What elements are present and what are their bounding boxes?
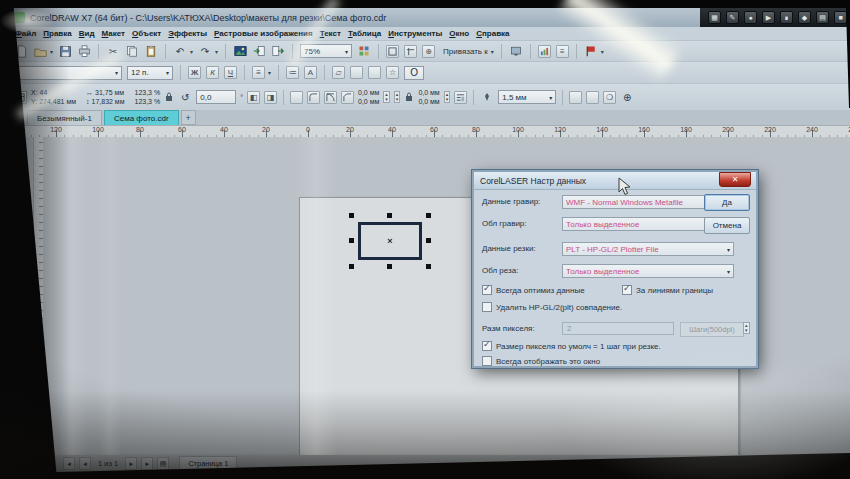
checkbox-icon[interactable] [482,285,492,295]
optimize-data-checkbox[interactable]: Всегда оптимиз данные [482,285,585,295]
underline-button[interactable]: Ч [224,66,237,79]
snap-target-icon[interactable]: ⊕ [422,45,435,58]
search-content-icon[interactable] [233,44,247,58]
font-size-combo[interactable]: 12 п.▾ [127,66,173,80]
undo-dropdown-icon[interactable]: ▾ [190,48,193,55]
corner-chamfer-icon[interactable] [341,91,354,104]
dialog-close-button[interactable]: ✕ [719,172,751,187]
selection-handle[interactable] [426,213,431,218]
alignment-icon[interactable]: ≡ [252,66,265,79]
plugin-stop-icon[interactable]: ■ [834,11,847,24]
first-page-icon[interactable]: ◂ [63,457,75,470]
next-page-icon[interactable]: ▸ [125,457,137,470]
stepper-icon[interactable]: ▴▾ [383,91,390,103]
import-icon[interactable] [252,44,266,58]
text-wrap-icon[interactable] [454,91,467,104]
plugin-grid-icon[interactable]: ▦ [708,11,721,24]
beyond-border-checkbox[interactable]: За линиями границы [622,285,713,295]
lock-corners-icon[interactable] [404,90,414,104]
italic-button[interactable]: К [206,66,219,79]
snap-to-label[interactable]: Привязать к [443,47,488,56]
add-page-icon[interactable]: ▤ [157,457,169,470]
export-icon[interactable] [271,44,285,58]
to-front-icon[interactable] [569,91,582,104]
selection-handle[interactable] [349,213,354,218]
remove-hpgl-checkbox[interactable]: Удалить HP-GL/2(plt) совпадение. [482,302,622,312]
font-family-combo[interactable]: ▾ [14,66,122,80]
prev-page-icon[interactable]: ◂ [79,457,91,470]
edit-text-icon[interactable] [350,66,363,79]
fullscreen-preview-icon[interactable] [386,45,399,58]
to-back-icon[interactable] [586,91,599,104]
checkbox-icon[interactable] [482,356,492,366]
menu-tools[interactable]: Инструменты [388,29,442,38]
corner-radius-fields-1[interactable]: 0,0 мм 0,0 мм [358,88,379,106]
pixel-steps-stepper[interactable]: ▴▾ [743,322,750,334]
undo-icon[interactable]: ↶ [173,44,187,58]
alignment-dropdown-icon[interactable]: ▾ [268,69,271,76]
dialog-titlebar[interactable]: CorelLASER Настр данных [474,172,756,190]
plugin-settings-icon[interactable]: ◆ [798,11,811,24]
menu-object[interactable]: Объект [132,29,161,38]
corner-round-icon[interactable] [307,91,320,104]
open-icon[interactable] [33,44,47,58]
character-formatting-icon[interactable]: ▱ [332,66,345,79]
show-rulers-icon[interactable] [404,45,417,58]
plugin-list-icon[interactable]: ▤ [816,11,829,24]
mirror-horizontal-icon[interactable]: ◧ [247,91,260,104]
menu-text[interactable]: Текст [320,29,341,38]
list-panel-icon[interactable]: ≡ [556,45,569,58]
object-scale-fields[interactable]: 123,3 % 123,3 % [135,88,161,106]
tab-active-document[interactable]: Сема фото.cdr [104,110,179,125]
menu-effects[interactable]: Эффекты [168,29,207,38]
open-dropdown-icon[interactable]: ▾ [50,48,53,55]
menu-view[interactable]: Вид [79,29,95,38]
snap-to-dropdown-icon[interactable]: ▾ [491,48,494,55]
plugin-engrave-icon[interactable]: ✎ [726,11,739,24]
interactive-opentype-icon[interactable]: ☆ [386,66,399,79]
cut-icon[interactable]: ✂ [106,44,120,58]
cut-area-combo[interactable]: Только выделенное▾ [562,264,734,278]
outline-style-box[interactable]: O [404,66,424,80]
always-show-checkbox[interactable]: Всегда отображать это окно [482,356,600,366]
flag-dropdown-icon[interactable]: ▾ [601,48,604,55]
selection-handle[interactable] [387,213,392,218]
ok-button[interactable]: Да [704,194,750,211]
rotation-angle-field[interactable]: 0,0 [196,90,236,104]
bullet-list-icon[interactable]: ≔ [286,66,299,79]
selected-object[interactable]: × [349,213,431,269]
mirror-vertical-icon[interactable]: ◨ [264,91,277,104]
checkbox-icon[interactable] [482,302,492,312]
plugin-start-icon[interactable]: ▶ [762,11,775,24]
menu-file[interactable]: Файл [15,29,36,38]
lock-ratio-icon[interactable] [164,90,174,104]
tab-untitled-document[interactable]: Безымянный-1 [27,110,102,125]
corner-radius-fields-2[interactable]: 0,0 мм 0,0 мм [418,88,439,106]
print-icon[interactable] [77,44,91,58]
selection-handle[interactable] [426,238,431,243]
save-icon[interactable] [58,44,72,58]
paste-icon[interactable] [144,44,158,58]
menu-layout[interactable]: Макет [102,29,125,38]
plugin-pause-icon[interactable]: ∎ [780,11,793,24]
menu-edit[interactable]: Правка [43,29,71,38]
node-edit-icon[interactable] [290,91,303,104]
menu-window[interactable]: Окно [449,29,469,38]
drop-cap-icon[interactable]: А [304,66,317,79]
selection-handle[interactable] [387,264,392,269]
default-pixel-checkbox[interactable]: Размер пикселя по умолч = 1 шаг при резк… [482,341,661,351]
stepper-icon[interactable]: ▴▾ [394,91,401,103]
chart-panel-icon[interactable] [538,45,551,58]
text-properties-icon[interactable] [368,66,381,79]
menu-table[interactable]: Таблица [348,29,381,38]
outline-width-combo[interactable]: 1,5 мм▾ [498,90,556,104]
copy-icon[interactable] [125,44,139,58]
convert-curves-icon[interactable]: ❍ [603,91,616,104]
checkbox-icon[interactable] [622,285,632,295]
bold-button[interactable]: Ж [188,66,201,79]
selected-rectangle[interactable]: × [358,222,422,260]
new-tab-button[interactable]: + [181,110,196,125]
pixel-size-input[interactable]: 2 [562,322,674,335]
application-launcher-icon[interactable] [357,44,371,58]
corner-scallop-icon[interactable] [324,91,337,104]
